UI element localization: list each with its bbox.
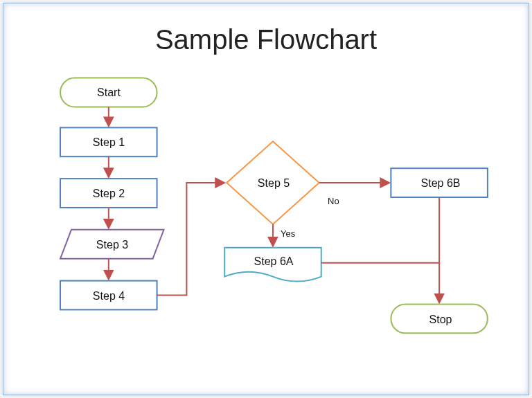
label-start: Start — [97, 87, 121, 99]
label-step4: Step 4 — [93, 290, 125, 302]
label-step6a: Step 6A — [254, 255, 294, 268]
label-step3: Step 3 — [96, 239, 128, 251]
branch-no: No — [328, 196, 339, 206]
branch-yes: Yes — [281, 228, 295, 239]
flowchart-canvas — [3, 3, 529, 395]
label-step6b: Step 6B — [421, 177, 461, 190]
flowchart-frame: Sample Flowchart — [3, 3, 529, 395]
label-step1: Step 1 — [93, 136, 125, 149]
edge-step4-step5 — [157, 183, 224, 295]
label-step5: Step 5 — [258, 177, 290, 190]
label-step2: Step 2 — [93, 188, 125, 200]
label-stop: Stop — [429, 314, 452, 326]
